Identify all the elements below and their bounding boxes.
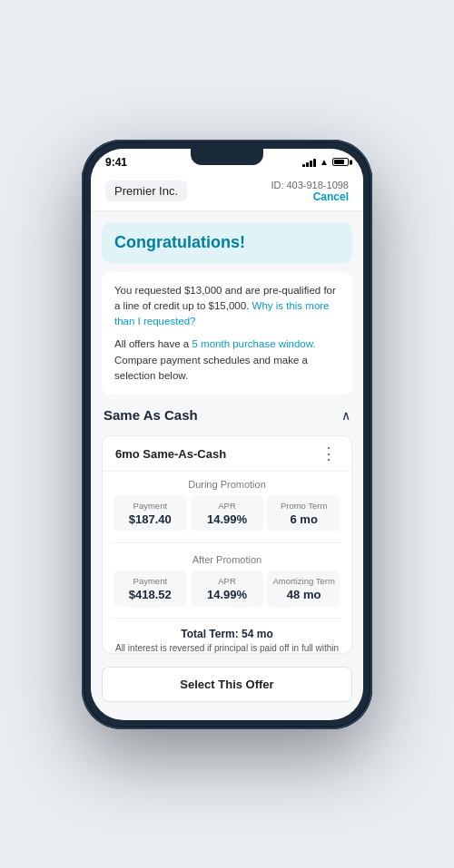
info-text-1: You requested $13,000 and are pre-qualif… — [114, 283, 340, 330]
phone-screen: 9:41 ▲ Premier Inc. ID: 403-918-1098 Can… — [91, 149, 363, 720]
amort-term-value: 48 mo — [287, 588, 321, 601]
payment-label-1: Payment — [133, 501, 168, 511]
app-header: Premier Inc. ID: 403-918-1098 Cancel — [91, 172, 363, 211]
promo-term-label: Promo Term — [281, 501, 328, 511]
info-text-2: All offers have a 5 month purchase windo… — [114, 336, 340, 384]
select-offer-button[interactable]: Select This Offer — [102, 667, 352, 702]
apr-label-1: APR — [218, 501, 236, 511]
same-as-cash-section-header: Same As Cash ∧ — [102, 404, 352, 426]
amort-term-label: Amortizing Term — [272, 576, 334, 586]
during-promotion-label: During Promotion — [103, 472, 351, 493]
apr-value-1: 14.99% — [207, 512, 247, 526]
company-name: Premier Inc. — [105, 180, 187, 201]
offer-card: 6mo Same-As-Cash ⋮ During Promotion Paym… — [102, 435, 352, 654]
during-promotion-row: Payment $187.40 APR 14.99% Promo Term 6 … — [103, 493, 351, 542]
offer-divider — [112, 542, 342, 543]
status-time: 9:41 — [105, 156, 127, 169]
battery-icon — [332, 158, 349, 166]
status-icons: ▲ — [302, 157, 349, 167]
chevron-up-icon[interactable]: ∧ — [341, 408, 350, 423]
cancel-button[interactable]: Cancel — [313, 190, 349, 203]
offer-card-header: 6mo Same-As-Cash ⋮ — [103, 436, 351, 472]
after-apr-cell: APR 14.99% — [191, 571, 264, 607]
amort-term-cell: Amortizing Term 48 mo — [267, 571, 340, 607]
after-payment-cell: Payment $418.52 — [114, 571, 187, 607]
info-card: You requested $13,000 and are pre-qualif… — [102, 272, 352, 395]
phone-shell: 9:41 ▲ Premier Inc. ID: 403-918-1098 Can… — [82, 140, 372, 729]
phone-notch — [191, 149, 263, 165]
after-promotion-label: After Promotion — [103, 547, 351, 569]
offer-name: 6mo Same-As-Cash — [115, 447, 226, 461]
congrats-title: Congratulations! — [114, 233, 340, 252]
dots-menu-icon[interactable]: ⋮ — [321, 445, 339, 462]
congrats-banner: Congratulations! — [102, 222, 352, 263]
payment-label-2: Payment — [133, 576, 168, 586]
wifi-icon: ▲ — [320, 157, 329, 167]
promo-term-value: 6 mo — [290, 512, 317, 526]
apr-value-2: 14.99% — [207, 588, 247, 601]
header-id: ID: 403-918-1098 — [271, 180, 349, 190]
payment-value-1: $187.40 — [129, 512, 172, 526]
promo-term-cell: Promo Term 6 mo — [267, 495, 340, 532]
purchase-window-link[interactable]: 5 month purchase window. — [192, 338, 315, 349]
section-title: Same As Cash — [104, 407, 198, 423]
during-apr-cell: APR 14.99% — [191, 495, 264, 532]
payment-value-2: $418.52 — [129, 588, 172, 601]
after-promotion-row: Payment $418.52 APR 14.99% Amortizing Te… — [103, 569, 351, 618]
signal-icon — [302, 158, 316, 167]
apr-label-2: APR — [218, 576, 236, 586]
header-right: ID: 403-918-1098 Cancel — [271, 180, 349, 203]
content-scroll: Congratulations! You requested $13,000 a… — [91, 211, 363, 720]
total-term: Total Term: 54 mo — [103, 622, 351, 642]
offer-divider-2 — [112, 618, 342, 619]
during-payment-cell: Payment $187.40 — [114, 495, 187, 532]
reversal-note: All interest is reversed if principal is… — [103, 642, 351, 654]
